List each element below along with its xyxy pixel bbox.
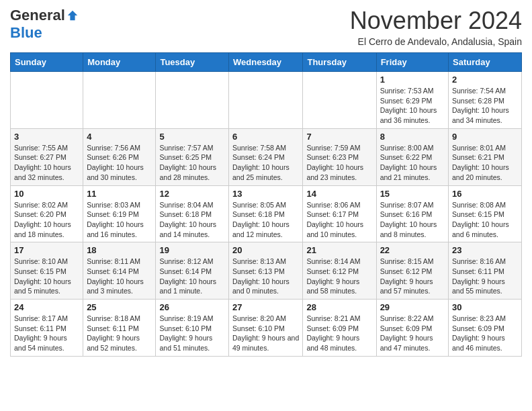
week-row-4: 17Sunrise: 8:10 AM Sunset: 6:15 PM Dayli…	[11, 242, 522, 300]
day-info-w5-d4: Sunrise: 8:20 AM Sunset: 6:10 PM Dayligh…	[232, 314, 299, 353]
day-info-w4-d6: Sunrise: 8:15 AM Sunset: 6:12 PM Dayligh…	[380, 257, 445, 296]
week-row-1: 1Sunrise: 7:53 AM Sunset: 6:29 PM Daylig…	[11, 72, 522, 129]
day-number-w5-d6: 29	[380, 302, 445, 312]
day-number-w5-d5: 28	[306, 302, 372, 312]
day-info-w2-d6: Sunrise: 8:00 AM Sunset: 6:22 PM Dayligh…	[380, 143, 445, 183]
calendar-cell-w4-d3: 19Sunrise: 8:12 AM Sunset: 6:14 PM Dayli…	[156, 242, 229, 300]
calendar-cell-w2-d7: 9Sunrise: 8:01 AM Sunset: 6:21 PM Daylig…	[449, 128, 522, 185]
day-info-w4-d7: Sunrise: 8:16 AM Sunset: 6:11 PM Dayligh…	[452, 257, 518, 296]
logo: General Blue	[10, 7, 79, 42]
day-info-w2-d1: Sunrise: 7:55 AM Sunset: 6:27 PM Dayligh…	[14, 143, 79, 183]
month-title: November 2024	[350, 7, 522, 35]
calendar-cell-w3-d4: 13Sunrise: 8:05 AM Sunset: 6:18 PM Dayli…	[229, 185, 303, 242]
calendar-cell-w2-d2: 4Sunrise: 7:56 AM Sunset: 6:26 PM Daylig…	[83, 128, 156, 185]
day-info-w3-d2: Sunrise: 8:03 AM Sunset: 6:19 PM Dayligh…	[87, 200, 152, 240]
week-row-5: 24Sunrise: 8:17 AM Sunset: 6:11 PM Dayli…	[11, 300, 522, 357]
day-number-w4-d6: 22	[380, 245, 445, 255]
col-wednesday: Wednesday	[229, 53, 303, 72]
day-info-w5-d6: Sunrise: 8:22 AM Sunset: 6:09 PM Dayligh…	[380, 314, 445, 353]
day-info-w3-d7: Sunrise: 8:08 AM Sunset: 6:15 PM Dayligh…	[452, 200, 518, 240]
day-info-w2-d2: Sunrise: 7:56 AM Sunset: 6:26 PM Dayligh…	[87, 143, 152, 183]
day-number-w5-d7: 30	[452, 302, 518, 312]
col-saturday: Saturday	[449, 53, 522, 72]
calendar-cell-w1-d7: 2Sunrise: 7:54 AM Sunset: 6:28 PM Daylig…	[449, 72, 522, 129]
day-number-w1-d7: 2	[452, 75, 518, 85]
day-number-w3-d5: 14	[306, 189, 372, 199]
calendar-cell-w3-d3: 12Sunrise: 8:04 AM Sunset: 6:18 PM Dayli…	[156, 185, 229, 242]
day-info-w2-d5: Sunrise: 7:59 AM Sunset: 6:23 PM Dayligh…	[306, 143, 372, 183]
svg-marker-0	[68, 11, 77, 20]
day-number-w3-d2: 11	[87, 189, 152, 199]
day-number-w4-d7: 23	[452, 245, 518, 255]
logo-icon	[66, 9, 79, 21]
day-info-w5-d2: Sunrise: 8:18 AM Sunset: 6:11 PM Dayligh…	[87, 314, 152, 353]
day-number-w3-d7: 16	[452, 189, 518, 199]
day-number-w3-d1: 10	[14, 189, 79, 199]
calendar-cell-w4-d6: 22Sunrise: 8:15 AM Sunset: 6:12 PM Dayli…	[376, 242, 448, 300]
day-info-w2-d7: Sunrise: 8:01 AM Sunset: 6:21 PM Dayligh…	[452, 143, 518, 183]
title-section: November 2024 El Cerro de Andevalo, Anda…	[350, 7, 522, 47]
day-number-w4-d5: 21	[306, 245, 372, 255]
day-info-w1-d6: Sunrise: 7:53 AM Sunset: 6:29 PM Dayligh…	[380, 86, 445, 126]
day-info-w3-d6: Sunrise: 8:07 AM Sunset: 6:16 PM Dayligh…	[380, 200, 445, 240]
page-container: General Blue November 2024 El Cerro de A…	[0, 0, 532, 363]
day-number-w2-d3: 5	[159, 132, 225, 142]
day-number-w3-d3: 12	[159, 189, 225, 199]
day-number-w2-d5: 7	[306, 132, 372, 142]
day-number-w2-d1: 3	[14, 132, 79, 142]
calendar-cell-w5-d3: 26Sunrise: 8:19 AM Sunset: 6:10 PM Dayli…	[156, 300, 229, 357]
calendar-header-row: Sunday Monday Tuesday Wednesday Thursday…	[11, 53, 522, 72]
day-number-w5-d1: 24	[14, 302, 79, 312]
day-info-w3-d4: Sunrise: 8:05 AM Sunset: 6:18 PM Dayligh…	[232, 200, 299, 240]
location: El Cerro de Andevalo, Andalusia, Spain	[350, 36, 522, 47]
day-number-w5-d2: 25	[87, 302, 152, 312]
calendar-cell-w1-d3	[156, 72, 229, 129]
day-number-w5-d3: 26	[159, 302, 225, 312]
day-info-w3-d3: Sunrise: 8:04 AM Sunset: 6:18 PM Dayligh…	[159, 200, 225, 240]
day-info-w4-d5: Sunrise: 8:14 AM Sunset: 6:12 PM Dayligh…	[306, 257, 372, 296]
calendar-cell-w1-d4	[229, 72, 303, 129]
col-sunday: Sunday	[11, 53, 83, 72]
calendar-cell-w4-d4: 20Sunrise: 8:13 AM Sunset: 6:13 PM Dayli…	[229, 242, 303, 300]
day-number-w4-d1: 17	[14, 245, 79, 255]
day-info-w1-d7: Sunrise: 7:54 AM Sunset: 6:28 PM Dayligh…	[452, 86, 518, 126]
day-number-w5-d4: 27	[232, 302, 299, 312]
calendar-cell-w4-d5: 21Sunrise: 8:14 AM Sunset: 6:12 PM Dayli…	[303, 242, 376, 300]
calendar-cell-w4-d1: 17Sunrise: 8:10 AM Sunset: 6:15 PM Dayli…	[11, 242, 83, 300]
day-info-w5-d5: Sunrise: 8:21 AM Sunset: 6:09 PM Dayligh…	[306, 314, 372, 353]
calendar-cell-w5-d6: 29Sunrise: 8:22 AM Sunset: 6:09 PM Dayli…	[376, 300, 448, 357]
calendar-cell-w5-d7: 30Sunrise: 8:23 AM Sunset: 6:09 PM Dayli…	[449, 300, 522, 357]
day-info-w4-d2: Sunrise: 8:11 AM Sunset: 6:14 PM Dayligh…	[87, 257, 152, 296]
calendar-cell-w1-d2	[83, 72, 156, 129]
day-info-w4-d4: Sunrise: 8:13 AM Sunset: 6:13 PM Dayligh…	[232, 257, 299, 296]
calendar-cell-w2-d5: 7Sunrise: 7:59 AM Sunset: 6:23 PM Daylig…	[303, 128, 376, 185]
day-number-w2-d7: 9	[452, 132, 518, 142]
day-number-w2-d2: 4	[87, 132, 152, 142]
header: General Blue November 2024 El Cerro de A…	[10, 7, 522, 47]
calendar-table: Sunday Monday Tuesday Wednesday Thursday…	[10, 52, 522, 357]
calendar-cell-w2-d4: 6Sunrise: 7:58 AM Sunset: 6:24 PM Daylig…	[229, 128, 303, 185]
calendar-cell-w3-d1: 10Sunrise: 8:02 AM Sunset: 6:20 PM Dayli…	[11, 185, 83, 242]
calendar-cell-w1-d6: 1Sunrise: 7:53 AM Sunset: 6:29 PM Daylig…	[376, 72, 448, 129]
calendar-cell-w5-d2: 25Sunrise: 8:18 AM Sunset: 6:11 PM Dayli…	[83, 300, 156, 357]
calendar-cell-w5-d5: 28Sunrise: 8:21 AM Sunset: 6:09 PM Dayli…	[303, 300, 376, 357]
day-info-w4-d1: Sunrise: 8:10 AM Sunset: 6:15 PM Dayligh…	[14, 257, 79, 296]
day-info-w3-d1: Sunrise: 8:02 AM Sunset: 6:20 PM Dayligh…	[14, 200, 79, 240]
day-info-w2-d4: Sunrise: 7:58 AM Sunset: 6:24 PM Dayligh…	[232, 143, 299, 183]
day-number-w3-d4: 13	[232, 189, 299, 199]
day-number-w1-d6: 1	[380, 75, 445, 85]
col-tuesday: Tuesday	[156, 53, 229, 72]
calendar-cell-w3-d7: 16Sunrise: 8:08 AM Sunset: 6:15 PM Dayli…	[449, 185, 522, 242]
col-monday: Monday	[83, 53, 156, 72]
col-thursday: Thursday	[303, 53, 376, 72]
day-info-w5-d3: Sunrise: 8:19 AM Sunset: 6:10 PM Dayligh…	[159, 314, 225, 353]
day-number-w4-d3: 19	[159, 245, 225, 255]
calendar-cell-w5-d4: 27Sunrise: 8:20 AM Sunset: 6:10 PM Dayli…	[229, 300, 303, 357]
calendar-cell-w5-d1: 24Sunrise: 8:17 AM Sunset: 6:11 PM Dayli…	[11, 300, 83, 357]
calendar-cell-w3-d6: 15Sunrise: 8:07 AM Sunset: 6:16 PM Dayli…	[376, 185, 448, 242]
calendar-cell-w4-d2: 18Sunrise: 8:11 AM Sunset: 6:14 PM Dayli…	[83, 242, 156, 300]
logo-blue-text: Blue	[10, 24, 42, 41]
day-number-w4-d2: 18	[87, 245, 152, 255]
day-info-w3-d5: Sunrise: 8:06 AM Sunset: 6:17 PM Dayligh…	[306, 200, 372, 240]
logo-general-text: General	[10, 7, 65, 24]
